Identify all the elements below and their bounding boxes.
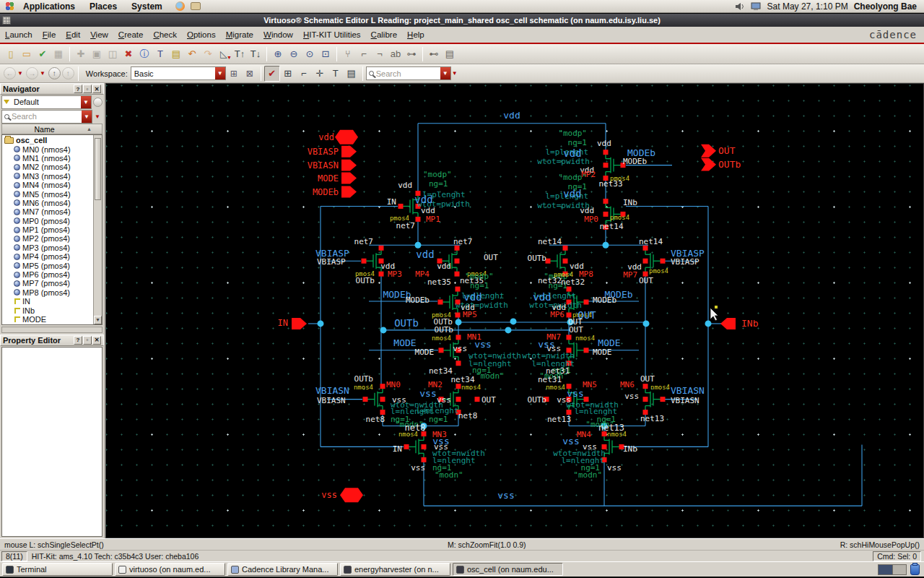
- workspace-2[interactable]: [892, 565, 907, 574]
- properties-button[interactable]: ⓘ: [136, 46, 152, 62]
- firefox-launcher-icon[interactable]: [175, 1, 185, 11]
- tree-item[interactable]: MN7 (nmos4): [4, 207, 102, 216]
- menu-create[interactable]: Create: [113, 28, 149, 41]
- ruler-button[interactable]: ◺▼: [216, 46, 232, 62]
- tree-item[interactable]: MN2 (nmos4): [4, 163, 102, 171]
- task-button[interactable]: Terminal: [2, 563, 113, 576]
- text-bigger-button[interactable]: T↑: [232, 46, 248, 62]
- panel-button[interactable]: ?: [74, 336, 82, 345]
- panel-button[interactable]: ✕: [92, 85, 101, 93]
- navigator-search-input[interactable]: Search ▼: [1, 110, 92, 124]
- up-button[interactable]: ↑: [48, 67, 61, 79]
- volume-icon[interactable]: [735, 2, 745, 11]
- tree-item[interactable]: MN0 (nmos4): [4, 144, 102, 153]
- tree-item[interactable]: MP5 (pmos4): [4, 261, 102, 269]
- desktop-menu-applications[interactable]: Applications: [17, 1, 81, 12]
- task-button[interactable]: Cadence Library Mana...: [227, 563, 338, 576]
- menu-file[interactable]: File: [38, 28, 61, 41]
- select-mode-button[interactable]: ✔: [264, 66, 280, 82]
- filter-config-button[interactable]: [93, 98, 103, 107]
- tree-item[interactable]: MP0 (pmos4): [4, 217, 102, 225]
- save-workspace-button[interactable]: ⊞: [226, 66, 242, 82]
- scrollbar-thumb[interactable]: [95, 138, 101, 200]
- descend-button[interactable]: ⑂: [340, 46, 356, 62]
- navigator-search-options-icon[interactable]: ▼: [95, 113, 100, 120]
- menu-window[interactable]: Window: [258, 28, 298, 41]
- menu-check[interactable]: Check: [148, 28, 182, 41]
- tree-item[interactable]: MP1 (pmos4): [4, 225, 102, 234]
- move-select-button[interactable]: ✛: [312, 66, 328, 82]
- zoom-out-button[interactable]: ⊖: [286, 46, 302, 62]
- forward-dropdown-icon[interactable]: ▼: [40, 70, 45, 77]
- prop-editor-button[interactable]: ▤: [344, 66, 359, 82]
- package-launcher-icon[interactable]: [191, 2, 201, 10]
- task-button[interactable]: energyharvester (on n...: [340, 563, 450, 576]
- tree-item[interactable]: MODE: [4, 315, 102, 324]
- wire-label-button[interactable]: ab: [388, 46, 404, 62]
- menu-help[interactable]: Help: [402, 28, 430, 41]
- search-dropdown-icon[interactable]: ▼: [440, 67, 450, 79]
- menu-hit-kit-utilities[interactable]: HIT-KIT Utilities: [298, 28, 366, 41]
- tree-item[interactable]: MP6 (pmos4): [4, 270, 102, 279]
- tree-item[interactable]: MN3 (nmos4): [4, 172, 102, 181]
- window-title-bar[interactable]: Virtuoso® Schematic Editor L Reading: pr…: [0, 13, 924, 27]
- check-save-button[interactable]: ✔: [35, 46, 51, 62]
- tree-item[interactable]: IN: [4, 297, 102, 306]
- tree-item-root[interactable]: osc_cell: [4, 136, 102, 144]
- undo-button[interactable]: ↶: [184, 46, 200, 62]
- property-editor-title-bar[interactable]: Property Editor ?▫✕: [0, 335, 104, 346]
- workspace-1[interactable]: [879, 565, 892, 574]
- zoom-select-button[interactable]: ⊙: [302, 46, 318, 62]
- property-editor-body[interactable]: [1, 347, 103, 538]
- new-file-button[interactable]: ▯: [3, 46, 19, 62]
- panel-button[interactable]: ✕: [92, 336, 101, 345]
- text-smaller-button[interactable]: T↓: [248, 46, 263, 62]
- menu-view[interactable]: View: [85, 28, 113, 41]
- area-select-button[interactable]: ⊞: [280, 66, 296, 82]
- panel-button[interactable]: ▫: [83, 336, 92, 345]
- open-folder-button[interactable]: ▭: [19, 46, 35, 62]
- delete-workspace-button[interactable]: ⊠: [242, 66, 258, 82]
- tree-item[interactable]: MN5 (nmos4): [4, 189, 102, 198]
- workspace-dropdown-icon[interactable]: ▼: [215, 67, 225, 79]
- text-select-button[interactable]: T: [328, 66, 344, 82]
- menu-calibre[interactable]: Calibre: [366, 28, 402, 41]
- tree-item[interactable]: MP7 (pmos4): [4, 279, 102, 288]
- wire-button[interactable]: ⌐: [356, 46, 372, 62]
- tree-item[interactable]: MP4 (pmos4): [4, 252, 102, 261]
- desktop-menu-system[interactable]: System: [126, 1, 168, 12]
- navigator-hscrollbar[interactable]: [1, 327, 103, 333]
- toolbar-search-input[interactable]: Search ▼: [366, 66, 451, 80]
- wire-narrow-button[interactable]: ¬: [372, 46, 388, 62]
- panel-button[interactable]: ▫: [83, 85, 92, 93]
- tree-column-header[interactable]: Name ▲: [1, 124, 103, 134]
- tree-item[interactable]: MN6 (nmos4): [4, 199, 102, 207]
- dropdown-icon[interactable]: ▼: [227, 55, 232, 60]
- zoom-in-button[interactable]: ⊕: [270, 46, 286, 62]
- menu-launch[interactable]: Launch: [0, 28, 38, 41]
- tree-item[interactable]: MP8 (pmos4): [4, 288, 102, 297]
- menu-options[interactable]: Options: [182, 28, 221, 41]
- navigator-filter-combo[interactable]: Default ▼: [1, 95, 92, 109]
- display-icon[interactable]: [751, 2, 762, 11]
- navigator-scrollbar[interactable]: ▼: [93, 135, 102, 324]
- wire-select-button[interactable]: ⌐: [296, 66, 312, 82]
- search-options-icon[interactable]: ▼: [452, 70, 458, 77]
- pin-button[interactable]: ⊶: [404, 46, 419, 62]
- workspace-combo[interactable]: Basic ▼: [131, 66, 226, 80]
- menu-edit[interactable]: Edit: [61, 28, 85, 41]
- menu-migrate[interactable]: Migrate: [221, 28, 258, 41]
- navigator-search-dropdown-icon[interactable]: ▼: [82, 111, 92, 123]
- delete-button[interactable]: ✖: [121, 46, 136, 62]
- panel-button[interactable]: ?: [74, 85, 82, 93]
- workspace-switcher[interactable]: [878, 564, 907, 575]
- edit-text-button[interactable]: T: [152, 46, 168, 62]
- back-dropdown-icon[interactable]: ▼: [17, 70, 23, 77]
- tree-item[interactable]: MN1 (nmos4): [4, 154, 102, 163]
- trash-icon[interactable]: [910, 564, 920, 575]
- tree-item[interactable]: MP2 (pmos4): [4, 234, 102, 243]
- task-button[interactable]: osc_cell (on naum.edu...: [453, 563, 563, 576]
- scrollbar-down-icon[interactable]: ▼: [94, 316, 102, 324]
- zoom-fit-button[interactable]: ⊡: [318, 46, 334, 62]
- cellview-button[interactable]: ▤: [442, 46, 458, 62]
